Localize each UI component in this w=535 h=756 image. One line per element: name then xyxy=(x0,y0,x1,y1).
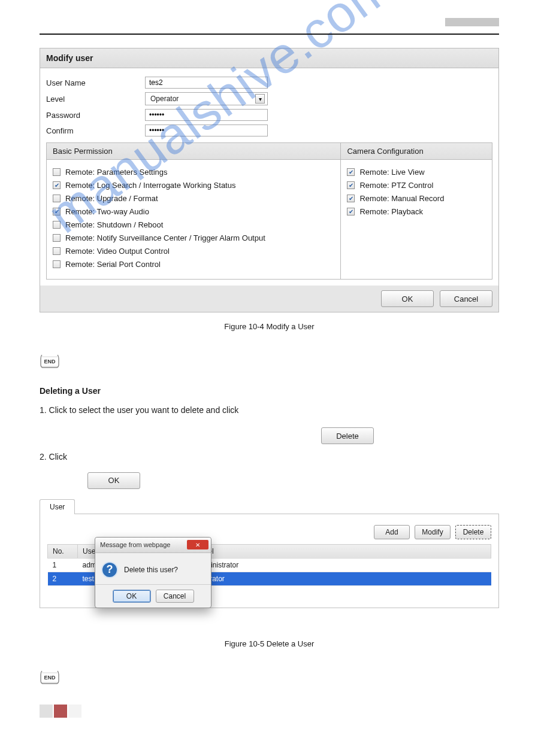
page-topbar xyxy=(40,22,499,30)
header-rule xyxy=(40,34,499,35)
checkbox[interactable] xyxy=(53,221,61,229)
permission-item: Remote: Shutdown / Reboot xyxy=(53,220,334,229)
permission-label: Remote: Upgrade / Format xyxy=(65,194,158,203)
level-label: Level xyxy=(46,95,145,104)
level-select[interactable]: Operator ▾ xyxy=(145,92,268,105)
permission-item: Remote: Manual Record xyxy=(347,194,486,203)
permission-label: Remote: Shutdown / Reboot xyxy=(65,220,163,229)
basic-permission-header: Basic Permission xyxy=(47,143,340,160)
permission-label: Remote: Serial Port Control xyxy=(65,260,161,269)
checkbox[interactable] xyxy=(53,195,61,202)
table-cell: Administrator xyxy=(192,558,491,572)
page-number-block xyxy=(445,18,499,26)
permission-label: Remote: Manual Record xyxy=(359,194,444,203)
camera-config-header: Camera Configuration xyxy=(341,143,492,160)
col-level: Level xyxy=(192,544,491,558)
checkbox[interactable] xyxy=(53,234,61,242)
checkbox[interactable] xyxy=(53,260,61,268)
checkbox[interactable] xyxy=(53,208,61,215)
modify-button[interactable]: Modify xyxy=(415,525,451,539)
checkbox[interactable] xyxy=(53,247,61,255)
table-cell: 2 xyxy=(48,572,78,585)
footer-square-gray xyxy=(40,705,53,718)
footer-squares xyxy=(40,705,499,718)
col-no: No. xyxy=(48,544,78,558)
username-field[interactable] xyxy=(145,77,268,89)
permission-item: Remote: Upgrade / Format xyxy=(53,194,334,203)
permission-label: Remote: Video Output Control xyxy=(65,247,170,256)
permission-label: Remote: Live View xyxy=(359,168,424,177)
permission-label: Remote: Parameters Settings xyxy=(65,168,168,177)
confirm-dialog-message: Delete this user? xyxy=(124,566,178,574)
footer-square-red xyxy=(54,705,67,718)
svg-text:END: END xyxy=(44,359,56,365)
checkbox[interactable] xyxy=(347,195,355,202)
step-2-text: 2. Click xyxy=(40,450,499,463)
password-label: Password xyxy=(46,111,145,120)
confirm-field[interactable] xyxy=(145,125,268,136)
step-1-text: 1. Click to select the user you want to … xyxy=(40,404,499,417)
level-select-value: Operator xyxy=(150,95,179,103)
checkbox[interactable] xyxy=(53,181,61,189)
confirm-dialog: Message from webpage ✕ ? Delete this use… xyxy=(95,537,211,608)
question-icon: ? xyxy=(101,561,118,578)
end-icon: END xyxy=(40,354,499,369)
permission-item: Remote: PTZ Control xyxy=(347,181,486,190)
confirm-label: Confirm xyxy=(46,126,145,135)
permission-item: Remote: Log Search / Interrogate Working… xyxy=(53,181,334,190)
user-list-figure: User Add Modify Delete No. User Name Lev… xyxy=(40,499,499,648)
password-field[interactable] xyxy=(145,109,268,121)
confirm-dialog-title: Message from webpage xyxy=(100,541,170,548)
chevron-down-icon: ▾ xyxy=(255,94,265,104)
svg-text:END: END xyxy=(44,675,56,681)
tab-user[interactable]: User xyxy=(40,499,75,514)
permission-label: Remote: Playback xyxy=(359,207,423,216)
checkbox[interactable] xyxy=(347,208,355,215)
add-button[interactable]: Add xyxy=(374,525,410,539)
delete-button-toolbar[interactable]: Delete xyxy=(455,525,491,539)
permission-item: Remote: Two-way Audio xyxy=(53,207,334,216)
permission-label: Remote: Two-way Audio xyxy=(65,207,149,216)
table-cell: Operator xyxy=(192,572,491,585)
confirm-cancel-button[interactable]: Cancel xyxy=(156,590,194,603)
table-cell: 1 xyxy=(48,558,78,572)
modify-user-panel: Modify user User Name Level Operator ▾ P… xyxy=(40,48,499,312)
checkbox[interactable] xyxy=(53,168,61,176)
figure-caption-10-4: Figure 10-4 Modify a User xyxy=(40,322,499,331)
figure-caption-10-5: Figure 10-5 Delete a User xyxy=(40,639,499,648)
footer-square-gray xyxy=(68,705,81,718)
checkbox[interactable] xyxy=(347,168,355,176)
username-label: User Name xyxy=(46,78,145,87)
permission-label: Remote: Notify Surveillance Center / Tri… xyxy=(65,233,265,242)
permission-item: Remote: Live View xyxy=(347,168,486,177)
delete-button[interactable]: Delete xyxy=(321,427,374,444)
end-icon: END xyxy=(40,670,499,685)
permission-label: Remote: Log Search / Interrogate Working… xyxy=(65,181,235,190)
ok-button-inline[interactable]: OK xyxy=(87,472,140,489)
cancel-button[interactable]: Cancel xyxy=(440,290,492,307)
permission-item: Remote: Parameters Settings xyxy=(53,168,334,177)
confirm-ok-button[interactable]: OK xyxy=(113,590,151,603)
permission-label: Remote: PTZ Control xyxy=(359,181,433,190)
permissions-area: Basic Permission Remote: Parameters Sett… xyxy=(46,142,492,280)
deleting-user-heading: Deleting a User xyxy=(40,385,499,398)
checkbox[interactable] xyxy=(347,181,355,189)
modify-user-title: Modify user xyxy=(40,48,498,68)
permission-item: Remote: Video Output Control xyxy=(53,247,334,256)
permission-item: Remote: Serial Port Control xyxy=(53,260,334,269)
permission-item: Remote: Notify Surveillance Center / Tri… xyxy=(53,233,334,242)
close-icon[interactable]: ✕ xyxy=(187,540,208,549)
ok-button[interactable]: OK xyxy=(381,290,434,307)
permission-item: Remote: Playback xyxy=(347,207,486,216)
